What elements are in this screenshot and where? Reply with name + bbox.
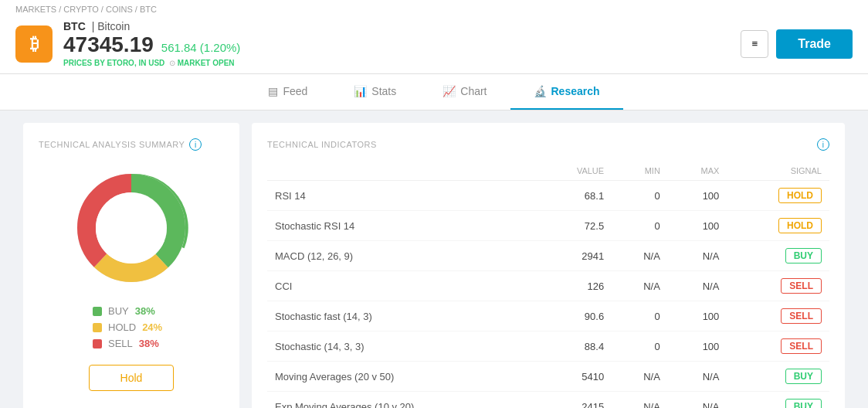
legend-sell: SELL 38% [93,338,224,349]
indicator-signal: BUY [727,362,829,392]
indicator-value: 68.1 [537,181,612,211]
indicator-min: N/A [612,271,668,301]
indicator-value: 72.5 [537,211,612,241]
table-row: Stochastic (14, 3, 3) 88.4 0 100 SELL [267,332,829,362]
indicator-max: 100 [668,211,727,241]
coin-change: 561.84 (1.20%) [161,41,241,54]
indicator-min: N/A [612,362,668,392]
technical-summary-panel: TECHNICAL ANALYSIS SUMMARY i [23,123,239,408]
sell-dot [93,339,102,348]
tab-chart-label: Chart [460,85,487,97]
trade-button[interactable]: Trade [776,29,853,59]
indicator-name: Stochastic fast (14, 3) [267,301,537,332]
buy-label: BUY [108,305,129,317]
indicator-signal: HOLD [727,181,829,211]
indicator-name: Moving Averages (20 v 50) [267,362,537,392]
price-meta-text: PRICES BY ETORO, IN USD [63,59,164,67]
market-status: MARKET OPEN [178,59,235,67]
signal-badge: BUY [785,399,822,408]
chart-icon: 📈 [442,85,456,97]
indicator-signal: SELL [727,271,829,301]
buy-dot [93,307,102,316]
indicator-min: 0 [612,301,668,332]
sell-label: SELL [108,338,133,349]
breadcrumb-text: MARKETS / CRYPTO / COINS / BTC [15,5,157,14]
indicators-table: VALUE MIN MAX SIGNAL RSI 14 68.1 0 100 H… [267,162,829,408]
signal-badge: SELL [781,338,822,354]
tab-feed[interactable]: ▤ Feed [245,74,331,110]
summary-title-text: TECHNICAL ANALYSIS SUMMARY [39,140,185,149]
summary-panel-title: TECHNICAL ANALYSIS SUMMARY i [39,138,224,151]
indicator-name: MACD (12, 26, 9) [267,241,537,271]
signal-badge: BUY [785,248,822,264]
col-signal: SIGNAL [727,162,829,181]
donut-chart [70,166,193,290]
coin-name: BTC | Bitcoin [63,20,741,32]
indicator-max: N/A [668,392,727,409]
signal-badge: SELL [781,308,822,324]
table-row: Stochastic fast (14, 3) 90.6 0 100 SELL [267,301,829,332]
tab-research-label: Research [551,85,600,97]
indicator-value: 126 [537,271,612,301]
donut-legend: BUY 38% HOLD 24% SELL 38% [93,305,224,349]
indicators-info-icon[interactable]: i [817,138,829,151]
technical-indicators-panel: TECHNICAL INDICATORS i VALUE MIN MAX SIG… [252,123,845,408]
donut-chart-container [39,166,224,290]
indicator-signal: SELL [727,332,829,362]
indicator-max: 100 [668,301,727,332]
hold-value: 24% [142,321,162,333]
indicator-value: 2415 [537,392,612,409]
tab-stats-label: Stats [371,85,396,97]
hold-signal-button[interactable]: Hold [89,365,175,391]
indicator-min: N/A [612,241,668,271]
indicator-value: 2941 [537,241,612,271]
donut-center [96,192,167,264]
tab-stats[interactable]: 📊 Stats [331,74,419,110]
table-row: RSI 14 68.1 0 100 HOLD [267,181,829,211]
indicator-name: Exp Moving Averages (10 v 20) [267,392,537,409]
table-row: Stochastic RSI 14 72.5 0 100 HOLD [267,211,829,241]
summary-info-icon[interactable]: i [189,138,202,151]
btc-logo: ₿ [15,26,53,63]
indicator-name: CCI [267,271,537,301]
table-row: Exp Moving Averages (10 v 20) 2415 N/A N… [267,392,829,409]
indicator-signal: HOLD [727,211,829,241]
coin-full-name: Bitcoin [97,20,130,32]
indicator-value: 5410 [537,362,612,392]
signal-badge: BUY [785,369,822,384]
menu-button[interactable]: ≡ [741,30,768,58]
tab-feed-label: Feed [283,85,307,97]
breadcrumb: MARKETS / CRYPTO / COINS / BTC [15,0,853,14]
indicator-value: 90.6 [537,301,612,332]
indicator-max: 100 [668,181,727,211]
indicator-name: Stochastic (14, 3, 3) [267,332,537,362]
col-value: VALUE [537,162,612,181]
table-row: CCI 126 N/A N/A SELL [267,271,829,301]
indicator-min: 0 [612,332,668,362]
indicator-min: 0 [612,181,668,211]
hold-dot [93,323,102,332]
tab-research[interactable]: 🔬 Research [510,74,623,110]
tabs-bar: ▤ Feed 📊 Stats 📈 Chart 🔬 Research [0,74,868,110]
signal-badge: HOLD [778,188,822,203]
col-min: MIN [612,162,668,181]
header: MARKETS / CRYPTO / COINS / BTC ₿ BTC | B… [0,0,868,74]
indicator-value: 88.4 [537,332,612,362]
price-meta: PRICES BY ETORO, IN USD ⊙ MARKET OPEN [63,59,741,67]
indicator-name: Stochastic RSI 14 [267,211,537,241]
hold-label: HOLD [108,321,136,333]
feed-icon: ▤ [268,85,278,97]
indicator-max: N/A [668,362,727,392]
indicators-title-text: TECHNICAL INDICATORS [267,140,377,149]
indicator-max: N/A [668,271,727,301]
table-row: Moving Averages (20 v 50) 5410 N/A N/A B… [267,362,829,392]
indicators-panel-header: TECHNICAL INDICATORS i [267,138,829,151]
sell-value: 38% [139,338,159,349]
coin-price: 47345.19 [63,32,154,57]
col-name [267,162,537,181]
indicator-min: 0 [612,211,668,241]
table-row: MACD (12, 26, 9) 2941 N/A N/A BUY [267,241,829,271]
stats-icon: 📊 [354,85,367,97]
research-icon: 🔬 [534,85,547,97]
tab-chart[interactable]: 📈 Chart [419,74,510,110]
